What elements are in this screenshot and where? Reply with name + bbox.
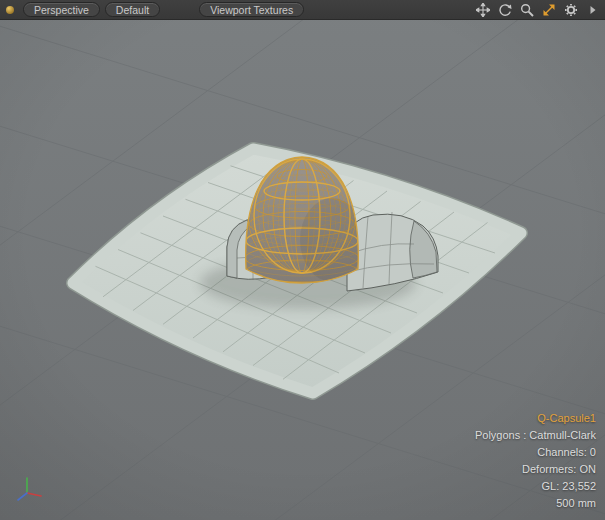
item-info-overlay: Q-Capsule1 Polygons : Catmull-Clark Chan… bbox=[475, 410, 596, 512]
selected-item-name: Q-Capsule1 bbox=[475, 410, 596, 427]
viewport-toolbar: Perspective Default Viewport Textures bbox=[0, 0, 605, 20]
orbit-icon[interactable] bbox=[496, 2, 513, 18]
info-grid-size: 500 mm bbox=[475, 495, 596, 512]
info-deformers: Deformers: ON bbox=[475, 461, 596, 478]
viewport-window: Perspective Default Viewport Textures bbox=[0, 0, 605, 520]
maximize-icon[interactable] bbox=[540, 2, 557, 18]
viewport-textures-button[interactable]: Viewport Textures bbox=[199, 2, 304, 17]
zoom-icon[interactable] bbox=[518, 2, 535, 18]
view-mode-button[interactable]: Perspective bbox=[23, 2, 100, 17]
expand-arrow-icon[interactable] bbox=[584, 2, 601, 18]
viewport-indicator-icon[interactable] bbox=[6, 6, 14, 14]
pan-icon[interactable] bbox=[474, 2, 491, 18]
info-channels: Channels: 0 bbox=[475, 444, 596, 461]
info-polygons: Polygons : Catmull-Clark bbox=[475, 427, 596, 444]
info-gl-count: GL: 23,552 bbox=[475, 478, 596, 495]
gear-icon[interactable] bbox=[562, 2, 579, 18]
shading-mode-button[interactable]: Default bbox=[105, 2, 160, 17]
